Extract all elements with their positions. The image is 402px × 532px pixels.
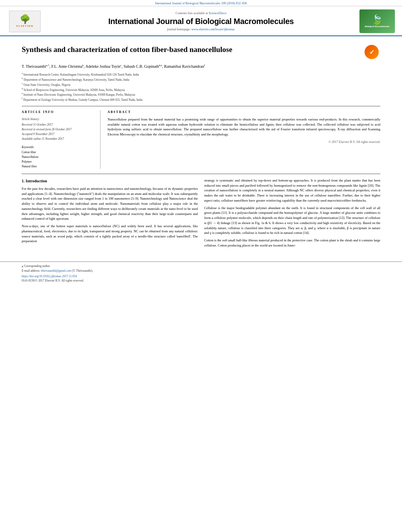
contents-line: Contents lists available at ScienceDirec… (50, 11, 352, 15)
crossmark-icon: ✓ (365, 45, 379, 59)
journal-center: Contents lists available at ScienceDirec… (43, 11, 359, 31)
affiliation-d: d School of Bioprocess Engineering, Univ… (22, 87, 380, 92)
history-label: Article history: (22, 117, 95, 122)
keyword-3: Polymer (22, 159, 95, 164)
section1-heading: 1. Introduction (22, 178, 198, 184)
keyword-2: Nanocellulose (22, 155, 95, 159)
corresponding-author-note: ⁎ Corresponding author. (22, 264, 380, 268)
email-author: T. Theivasanthi (73, 269, 91, 272)
crossmark-badge: ✓ (365, 45, 380, 61)
doi-line: https://doi.org/10.1016/j.ijbiomac.2017.… (22, 274, 380, 278)
authors-line: T. Theivasanthia,*, F.L. Anne Christmab,… (22, 64, 380, 69)
body-para-4: Cellulose is the major biodegradable pol… (204, 206, 380, 236)
article-history: Article history: Received 11 October 201… (22, 117, 95, 141)
footer: ⁎ Corresponding author. E-mail address: … (0, 261, 402, 286)
affiliation-e: e Institute of Nano Electronic Engineeri… (22, 92, 380, 97)
journal-title: International Journal of Biological Macr… (50, 17, 352, 26)
affiliations: a International Research Centre, Kalasal… (22, 72, 380, 102)
email-label: E-mail address: (22, 269, 40, 272)
accepted-date: Accepted 9 November 2017 (22, 132, 95, 137)
abstract-text: Nanocellulose prepared from the natural … (108, 117, 380, 137)
article-info-heading: ARTICLE INFO (22, 110, 95, 114)
body-para-2: Now-a-days, one of the hottest super mat… (22, 224, 198, 244)
keyword-4: Natural fibre (22, 164, 95, 169)
abstract-col: ABSTRACT Nanocellulose prepared from the… (108, 110, 380, 169)
body-col-right: strategy is systematic and obtained by t… (204, 178, 380, 250)
logo-leaf-icon: 🍃 (371, 15, 383, 24)
contents-label: Contents lists available at (176, 11, 208, 15)
article-info-col: ARTICLE INFO Article history: Received 1… (22, 110, 100, 169)
affiliation-b: b Department of Nanoscience and Nanotech… (22, 77, 380, 82)
journal-logo-right: 🍃 Biological Macromolecules (359, 9, 395, 33)
article-title: Synthesis and characterization of cotton… (22, 45, 359, 54)
body-two-col: 1. Introduction For the past few decades… (22, 174, 380, 250)
email-link[interactable]: ttheivasanthi@gmail.com (41, 269, 71, 272)
body-col-left: 1. Introduction For the past few decades… (22, 178, 198, 250)
banner-text: International Journal of Biological Macr… (155, 2, 247, 5)
issn-line: 0141-8130/© 2017 Elsevier B.V. All right… (22, 279, 380, 282)
homepage-line: journal homepage: www.elsevier.com/locat… (50, 28, 352, 31)
received-revised-date: Received in revised form 26 October 2017 (22, 127, 95, 132)
affiliation-c: c Osun State University, Osogbo, Nigeria (22, 82, 380, 87)
available-online-date: Available online 11 November 2017 (22, 137, 95, 141)
corresponding-label: ⁎ Corresponding author. (22, 264, 50, 268)
main-content: Synthesis and characterization of cotton… (0, 36, 402, 254)
homepage-label: journal homepage: (167, 28, 191, 31)
elsevier-brand-text: ELSEVIER (16, 24, 33, 28)
journal-banner: International Journal of Biological Macr… (0, 0, 402, 6)
body-para-3: strategy is systematic and obtained by t… (204, 178, 380, 203)
article-title-section: Synthesis and characterization of cotton… (22, 40, 380, 61)
keyword-1: Cotton fibre (22, 150, 95, 155)
keywords-label: Keywords: (22, 145, 95, 149)
article-info-abstract: ARTICLE INFO Article history: Received 1… (22, 106, 380, 169)
body-para-1: For the past few decades, researchers ha… (22, 186, 198, 221)
email-note: E-mail address: ttheivasanthi@gmail.com … (22, 269, 380, 272)
elsevier-logo-image: 🌳 ELSEVIER (9, 11, 41, 32)
keywords-section: Keywords: Cotton fibre Nanocellulose Pol… (22, 145, 95, 169)
doi-link[interactable]: https://doi.org/10.1016/j.ijbiomac.2017.… (22, 274, 77, 278)
body-para-5: Cotton is the soft small ball-like fibro… (204, 238, 380, 248)
homepage-url[interactable]: www.elsevier.com/locate/ijbiomac (192, 28, 235, 31)
elsevier-logo: 🌳 ELSEVIER (7, 11, 43, 32)
elsevier-tree-icon: 🌳 (20, 15, 30, 24)
sciencedirect-link[interactable]: ScienceDirect (209, 11, 227, 15)
received-date: Received 11 October 2017 (22, 122, 95, 127)
affiliation-f: f Department of Zoology University of Ma… (22, 97, 380, 102)
page: International Journal of Biological Macr… (0, 0, 402, 532)
abstract-heading: ABSTRACT (108, 110, 380, 114)
logo-right-text: Biological Macromolecules (365, 25, 390, 28)
copyright-line: © 2017 Elsevier B.V. All rights reserved… (108, 140, 380, 144)
journal-header: 🌳 ELSEVIER Contents lists available at S… (0, 6, 402, 36)
affiliation-a: a International Research Centre, Kalasal… (22, 72, 380, 77)
